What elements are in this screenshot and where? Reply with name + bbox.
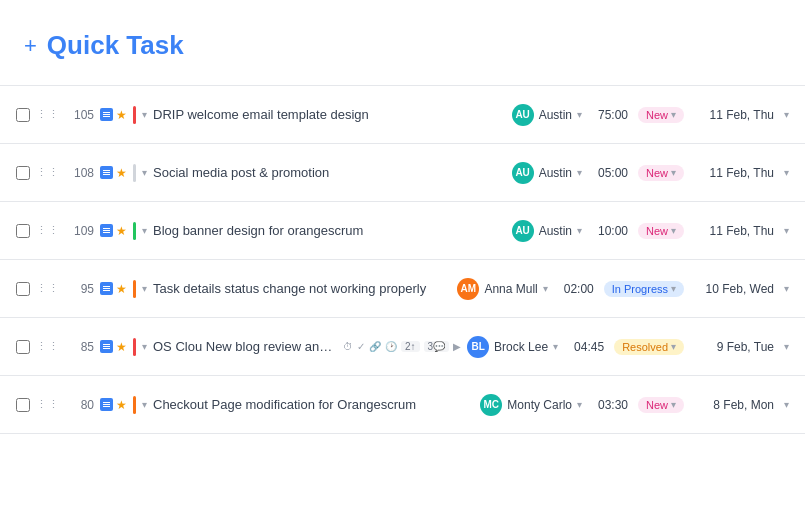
- task-checkbox[interactable]: [16, 166, 30, 180]
- date-chevron[interactable]: ▾: [784, 109, 789, 120]
- status-badge[interactable]: New ▾: [638, 165, 684, 181]
- assignee[interactable]: MC Monty Carlo ▾: [480, 394, 582, 416]
- task-extra-icons: ⏱ ✓ 🔗 🕑 2↑ 3💬 ▶: [343, 341, 461, 352]
- star-icon[interactable]: ★: [116, 108, 127, 122]
- date-chevron[interactable]: ▾: [784, 399, 789, 410]
- task-checkbox[interactable]: [16, 398, 30, 412]
- svg-rect-0: [103, 112, 110, 113]
- list-icon: [102, 284, 111, 293]
- task-checkbox[interactable]: [16, 282, 30, 296]
- page-title: Quick Task: [47, 30, 184, 61]
- list-icon: [102, 110, 111, 119]
- assignee[interactable]: AU Austin ▾: [512, 220, 582, 242]
- status-label: New: [646, 225, 668, 237]
- status-badge[interactable]: New ▾: [638, 107, 684, 123]
- status-badge[interactable]: In Progress ▾: [604, 281, 684, 297]
- task-checkbox[interactable]: [16, 340, 30, 354]
- svg-rect-2: [103, 116, 110, 117]
- play-icon[interactable]: ▶: [453, 341, 461, 352]
- task-name: OS Clou New blog review and posting: [153, 339, 337, 354]
- task-row: ⋮⋮ 108 ★ ▾ Social media post & promotion…: [0, 144, 805, 202]
- assignee-name: Monty Carlo: [507, 398, 572, 412]
- priority-indicator: [133, 396, 136, 414]
- assignee-chevron[interactable]: ▾: [577, 225, 582, 236]
- status-badge[interactable]: New ▾: [638, 397, 684, 413]
- drag-handle[interactable]: ⋮⋮: [36, 166, 60, 179]
- task-checkbox[interactable]: [16, 224, 30, 238]
- clock-icon: ⏱: [343, 341, 353, 352]
- assignee-chevron[interactable]: ▾: [553, 341, 558, 352]
- task-icons: ★: [100, 340, 127, 354]
- drag-handle[interactable]: ⋮⋮: [36, 224, 60, 237]
- date-chevron[interactable]: ▾: [784, 283, 789, 294]
- drag-handle[interactable]: ⋮⋮: [36, 340, 60, 353]
- star-icon[interactable]: ★: [116, 224, 127, 238]
- star-icon[interactable]: ★: [116, 282, 127, 296]
- status-chevron[interactable]: ▾: [671, 225, 676, 236]
- task-name: DRIP welcome email template design: [153, 107, 506, 122]
- plus-icon[interactable]: +: [24, 35, 37, 57]
- status-chevron[interactable]: ▾: [671, 399, 676, 410]
- due-date: 11 Feb, Thu: [694, 224, 774, 238]
- task-icons: ★: [100, 398, 127, 412]
- star-icon[interactable]: ★: [116, 340, 127, 354]
- star-icon[interactable]: ★: [116, 398, 127, 412]
- assignee-chevron[interactable]: ▾: [577, 109, 582, 120]
- status-badge[interactable]: Resolved ▾: [614, 339, 684, 355]
- priority-indicator: [133, 338, 136, 356]
- star-icon[interactable]: ★: [116, 166, 127, 180]
- comment-count: 3💬: [424, 341, 450, 352]
- task-row: ⋮⋮ 105 ★ ▾ DRIP welcome email template d…: [0, 86, 805, 144]
- page-header: + Quick Task: [0, 20, 805, 85]
- expand-chevron[interactable]: ▾: [142, 167, 147, 178]
- time-value: 02:00: [558, 282, 594, 296]
- priority-indicator: [133, 280, 136, 298]
- expand-chevron[interactable]: ▾: [142, 399, 147, 410]
- status-badge[interactable]: New ▾: [638, 223, 684, 239]
- avatar: AU: [512, 104, 534, 126]
- svg-rect-17: [103, 406, 110, 407]
- priority-indicator: [133, 106, 136, 124]
- expand-chevron[interactable]: ▾: [142, 225, 147, 236]
- status-chevron[interactable]: ▾: [671, 341, 676, 352]
- task-icons: ★: [100, 282, 127, 296]
- drag-handle[interactable]: ⋮⋮: [36, 282, 60, 295]
- task-meta: BL Brock Lee ▾ 04:45 Resolved ▾ 9 Feb, T…: [467, 336, 789, 358]
- time-value: 04:45: [568, 340, 604, 354]
- assignee-name: Anna Mull: [484, 282, 537, 296]
- task-name: Task details status change not working p…: [153, 281, 451, 296]
- expand-chevron[interactable]: ▾: [142, 109, 147, 120]
- svg-rect-13: [103, 346, 110, 347]
- list-icon: [102, 168, 111, 177]
- assignee-chevron[interactable]: ▾: [577, 399, 582, 410]
- date-chevron[interactable]: ▾: [784, 341, 789, 352]
- assignee[interactable]: AU Austin ▾: [512, 162, 582, 184]
- task-meta: MC Monty Carlo ▾ 03:30 New ▾ 8 Feb, Mon …: [480, 394, 789, 416]
- assignee[interactable]: BL Brock Lee ▾: [467, 336, 558, 358]
- due-date: 11 Feb, Thu: [694, 108, 774, 122]
- task-checkbox[interactable]: [16, 108, 30, 122]
- assignee[interactable]: AU Austin ▾: [512, 104, 582, 126]
- date-chevron[interactable]: ▾: [784, 225, 789, 236]
- due-date: 9 Feb, Tue: [694, 340, 774, 354]
- status-chevron[interactable]: ▾: [671, 109, 676, 120]
- assignee[interactable]: AM Anna Mull ▾: [457, 278, 547, 300]
- assignee-chevron[interactable]: ▾: [543, 283, 548, 294]
- expand-chevron[interactable]: ▾: [142, 341, 147, 352]
- expand-chevron[interactable]: ▾: [142, 283, 147, 294]
- status-label: New: [646, 109, 668, 121]
- due-date: 10 Feb, Wed: [694, 282, 774, 296]
- drag-handle[interactable]: ⋮⋮: [36, 108, 60, 121]
- task-icons: ★: [100, 166, 127, 180]
- task-name: Social media post & promotion: [153, 165, 506, 180]
- status-chevron[interactable]: ▾: [671, 283, 676, 294]
- status-chevron[interactable]: ▾: [671, 167, 676, 178]
- svg-rect-3: [103, 170, 110, 171]
- drag-handle[interactable]: ⋮⋮: [36, 398, 60, 411]
- date-chevron[interactable]: ▾: [784, 167, 789, 178]
- task-type-icon: [100, 166, 113, 179]
- svg-rect-9: [103, 286, 110, 287]
- task-type-icon: [100, 224, 113, 237]
- assignee-chevron[interactable]: ▾: [577, 167, 582, 178]
- task-meta: AM Anna Mull ▾ 02:00 In Progress ▾ 10 Fe…: [457, 278, 789, 300]
